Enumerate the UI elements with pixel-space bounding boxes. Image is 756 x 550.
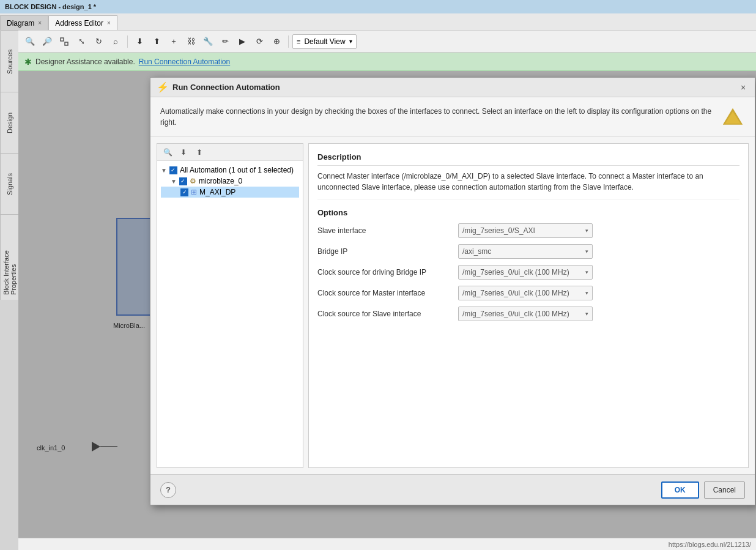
sidebar-item-signals[interactable]: Signals bbox=[0, 153, 18, 214]
all-automation-label: All Automation (1 out of 1 selected) bbox=[180, 166, 294, 174]
automation-icon: ⚡ bbox=[157, 81, 169, 93]
refresh2-button[interactable]: ⟳ bbox=[251, 34, 267, 50]
tree-item-m-axi-dp[interactable]: ✓ ⊞ M_AXI_DP bbox=[161, 187, 299, 198]
ok-button[interactable]: OK bbox=[661, 481, 699, 499]
tab-bar: Diagram × Address Editor × bbox=[0, 13, 756, 31]
clock-bridge-label: Clock source for driving Bridge IP bbox=[317, 268, 452, 277]
run-button[interactable]: ▶ bbox=[234, 34, 250, 50]
bridge-ip-dropdown[interactable]: /axi_smc ▾ bbox=[458, 244, 593, 259]
sidebar-item-sources[interactable]: Sources bbox=[0, 31, 18, 92]
fit-button[interactable] bbox=[56, 34, 72, 50]
edit-button[interactable]: ✏ bbox=[217, 34, 233, 50]
status-bar: https://blogs.edu.nl/2L1213/ bbox=[18, 538, 756, 550]
bridge-ip-arrow: ▾ bbox=[585, 248, 588, 255]
left-panels: Sources Design Signals Block Interface P… bbox=[0, 31, 18, 550]
options-title: Options bbox=[317, 208, 739, 217]
svg-rect-0 bbox=[61, 38, 64, 41]
tree-expand-button[interactable]: ⬇ bbox=[177, 146, 190, 159]
banner: ✱ Designer Assistance available. Run Con… bbox=[18, 53, 756, 71]
svg-rect-1 bbox=[65, 42, 68, 45]
content-area: 🔍 🔎 ⤡ ↻ ⌕ ⬇ ⬆ + ⛓ 🔧 ✏ ▶ ⟳ ⊕ ≡ Default Vi… bbox=[18, 31, 756, 550]
sep-1 bbox=[127, 35, 128, 48]
wrench-button[interactable]: 🔧 bbox=[200, 34, 216, 50]
clock-master-dropdown[interactable]: /mig_7series_0/ui_clk (100 MHz) ▾ bbox=[458, 286, 593, 300]
dialog-title-area: ⚡ Run Connection Automation bbox=[157, 81, 280, 93]
microblaze-label: microblaze_0 bbox=[199, 177, 242, 185]
tab-diagram-close[interactable]: × bbox=[38, 20, 42, 26]
slave-interface-label: Slave interface bbox=[317, 226, 452, 235]
banner-text: Designer Assistance available. bbox=[35, 58, 135, 66]
clock-master-label: Clock source for Master interface bbox=[317, 289, 452, 297]
microblaze-icon: ⚙ bbox=[190, 177, 196, 185]
main-area: Sources Design Signals Block Interface P… bbox=[0, 31, 756, 550]
refresh-button[interactable]: ↻ bbox=[91, 34, 106, 50]
checkbox-microblaze[interactable]: ✓ bbox=[179, 177, 187, 185]
tab-address-editor-close[interactable]: × bbox=[107, 20, 111, 26]
app-title: BLOCK DESIGN - design_1 * bbox=[5, 3, 96, 10]
checkbox-all-automation[interactable]: ✓ bbox=[169, 166, 177, 174]
clock-slave-arrow: ▾ bbox=[585, 311, 588, 317]
sidebar-item-design[interactable]: Design bbox=[0, 92, 18, 153]
option-row-slave-interface: Slave interface /mig_7series_0/S_AXI ▾ bbox=[317, 223, 739, 238]
expand-all-icon: ▼ bbox=[161, 167, 167, 174]
option-row-clock-slave: Clock source for Slave interface /mig_7s… bbox=[317, 307, 739, 321]
m-axi-dp-icon: ⊞ bbox=[191, 188, 197, 196]
vivado-logo bbox=[721, 106, 745, 130]
status-url: https://blogs.edu.nl/2L1213/ bbox=[669, 541, 751, 548]
options-panel: Description Connect Master interface (/m… bbox=[308, 143, 749, 468]
search-button[interactable]: ⌕ bbox=[108, 34, 124, 50]
select-button[interactable]: ⤡ bbox=[73, 34, 89, 50]
cancel-button[interactable]: Cancel bbox=[704, 481, 745, 499]
sep-2 bbox=[288, 35, 289, 48]
sources-label: Sources bbox=[6, 49, 13, 73]
tree-item-all-automation[interactable]: ▼ ✓ All Automation (1 out of 1 selected) bbox=[161, 165, 299, 176]
zoom-out-button[interactable]: 🔎 bbox=[39, 34, 55, 50]
add-button[interactable]: + bbox=[166, 34, 182, 50]
option-row-bridge-ip: Bridge IP /axi_smc ▾ bbox=[317, 244, 739, 259]
tab-address-editor-label: Address Editor bbox=[55, 19, 103, 28]
dialog-buttons: OK Cancel bbox=[661, 481, 745, 499]
description-title: Description bbox=[317, 152, 739, 166]
help-button[interactable]: ? bbox=[160, 482, 176, 498]
banner-link[interactable]: Run Connection Automation bbox=[139, 58, 230, 66]
modal-overlay: ⚡ Run Connection Automation × Automatica… bbox=[18, 71, 756, 538]
canvas-area: MicroBla... clk_in1_0 et [0] [0] [0 bbox=[18, 71, 756, 538]
clock-bridge-dropdown[interactable]: /mig_7series_0/ui_clk (100 MHz) ▾ bbox=[458, 265, 593, 280]
tree-panel: 🔍 ⬇ ⬆ ▼ ✓ All Automation (1 out of 1 sel… bbox=[157, 143, 303, 468]
toolbar: 🔍 🔎 ⤡ ↻ ⌕ ⬇ ⬆ + ⛓ 🔧 ✏ ▶ ⟳ ⊕ ≡ Default Vi… bbox=[18, 31, 756, 53]
tab-diagram[interactable]: Diagram × bbox=[0, 15, 48, 30]
bridge-ip-label: Bridge IP bbox=[317, 247, 452, 256]
option-row-clock-master: Clock source for Master interface /mig_7… bbox=[317, 286, 739, 300]
clock-slave-dropdown[interactable]: /mig_7series_0/ui_clk (100 MHz) ▾ bbox=[458, 307, 593, 321]
dialog-footer: ? OK Cancel bbox=[150, 474, 755, 505]
m-axi-dp-label: M_AXI_DP bbox=[199, 188, 235, 196]
clock-master-arrow: ▾ bbox=[585, 290, 588, 296]
description-text: Connect Master interface (/microblaze_0/… bbox=[317, 171, 739, 199]
checkbox-m-axi-dp[interactable]: ✓ bbox=[180, 188, 188, 196]
dialog-titlebar: ⚡ Run Connection Automation × bbox=[150, 78, 755, 97]
tree-search-button[interactable]: 🔍 bbox=[161, 146, 174, 159]
signals-label: Signals bbox=[6, 173, 13, 195]
title-bar: BLOCK DESIGN - design_1 * bbox=[0, 0, 756, 13]
tab-diagram-label: Diagram bbox=[7, 19, 34, 28]
expand-microblaze-icon: ▼ bbox=[171, 178, 177, 185]
clock-slave-value: /mig_7series_0/ui_clk (100 MHz) bbox=[462, 310, 569, 318]
tab-address-editor[interactable]: Address Editor × bbox=[48, 15, 117, 30]
tree-collapse-button[interactable]: ⬆ bbox=[193, 146, 206, 159]
option-row-clock-bridge: Clock source for driving Bridge IP /mig_… bbox=[317, 265, 739, 280]
settings-button[interactable]: ⊕ bbox=[269, 34, 284, 50]
zoom-in-button[interactable]: 🔍 bbox=[22, 34, 38, 50]
dialog-close-button[interactable]: × bbox=[738, 82, 749, 93]
design-label: Design bbox=[6, 112, 13, 133]
tree-content: ▼ ✓ All Automation (1 out of 1 selected)… bbox=[157, 161, 303, 467]
filter-up-button[interactable]: ⬆ bbox=[149, 34, 165, 50]
tree-item-microblaze[interactable]: ▼ ✓ ⚙ microblaze_0 bbox=[161, 176, 299, 187]
view-dropdown[interactable]: ≡ Default View ▾ bbox=[292, 34, 357, 49]
connect-button[interactable]: ⛓ bbox=[183, 34, 199, 50]
sidebar-item-block-interface[interactable]: Block Interface Properties bbox=[0, 214, 18, 300]
clock-master-value: /mig_7series_0/ui_clk (100 MHz) bbox=[462, 289, 569, 297]
slave-interface-dropdown[interactable]: /mig_7series_0/S_AXI ▾ bbox=[458, 223, 593, 238]
block-interface-label: Block Interface Properties bbox=[2, 220, 17, 295]
filter-down-button[interactable]: ⬇ bbox=[132, 34, 147, 50]
dialog-description-area: Automatically make connections in your d… bbox=[150, 97, 755, 137]
